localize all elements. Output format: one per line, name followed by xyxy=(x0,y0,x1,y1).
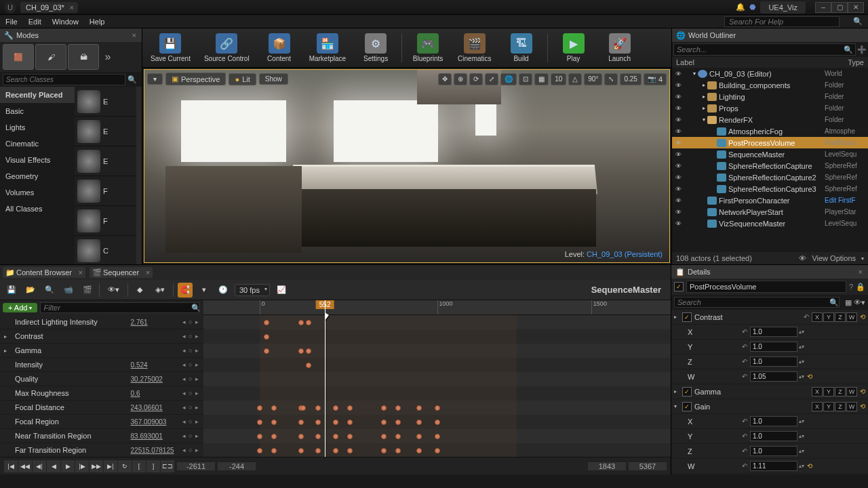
search-icon[interactable]: 🔍 xyxy=(191,304,201,312)
keyframe[interactable] xyxy=(257,405,262,411)
visibility-icon[interactable]: 👁 xyxy=(673,163,683,169)
visibility-icon[interactable]: 👁 xyxy=(673,128,683,135)
scale-button[interactable]: ⤢ xyxy=(485,73,498,85)
keyframe-nav[interactable]: ◂ ○ ▸ xyxy=(182,404,199,411)
reset-icon[interactable]: ⟲ xyxy=(860,388,865,395)
contrast-x-input[interactable] xyxy=(750,327,797,337)
message-icon[interactable]: ⬣ xyxy=(749,3,756,12)
keyframe[interactable] xyxy=(315,448,321,453)
sequencer-track[interactable]: Indirect Lighting Intensity2.761◂ ○ ▸ xyxy=(0,315,203,329)
details-tab[interactable]: 📋 Details × xyxy=(671,265,868,279)
outliner-row[interactable]: 👁▸LightingFolder xyxy=(672,91,868,102)
keyframe[interactable] xyxy=(435,434,440,439)
outliner-row[interactable]: 👁▸Building_componentsFolder xyxy=(672,79,868,91)
visibility-icon[interactable]: 👁 xyxy=(673,94,683,100)
move-gizmo-button[interactable]: ✥ xyxy=(438,73,452,85)
expand-icon[interactable]: ▸ xyxy=(701,82,707,88)
place-actor-item[interactable]: E xyxy=(75,87,136,117)
snap-menu-button[interactable]: ▾ xyxy=(197,283,212,298)
reset-icon[interactable]: ⟲ xyxy=(807,373,812,380)
snap-units-button[interactable]: 10 xyxy=(551,73,566,85)
snap-toggle-button[interactable]: 🧲 xyxy=(178,283,193,298)
sequencer-track[interactable]: Near Transition Region83.693001◂ ○ ▸ xyxy=(0,429,203,443)
offset-property[interactable]: ▸ ✓ Offset XYZW xyxy=(671,474,868,474)
curve-editor-button[interactable]: 📈 xyxy=(274,283,289,298)
revert-icon[interactable]: ↶ xyxy=(804,313,809,321)
track-value[interactable]: 0.524 xyxy=(131,361,178,369)
notify-icon[interactable]: 🔔 xyxy=(736,3,745,12)
track-filter-input[interactable] xyxy=(40,302,199,313)
play-button[interactable]: ▶Play xyxy=(553,32,594,64)
loop-button[interactable]: ↻ xyxy=(118,460,132,472)
outliner-row[interactable]: 👁NetworkPlayerStartPlayerStar xyxy=(672,206,868,218)
more-modes-button[interactable]: » xyxy=(100,44,115,70)
expand-icon[interactable]: ▾ xyxy=(691,70,698,77)
keyframe[interactable] xyxy=(416,405,422,411)
keyframe[interactable] xyxy=(395,420,401,425)
sequencer-track[interactable]: Quality30.275002◂ ○ ▸ xyxy=(0,372,203,386)
outliner-row[interactable]: 👁SphereReflectionCapture2SphereRef xyxy=(672,171,868,183)
save-button[interactable]: 💾 xyxy=(4,283,19,298)
grid-snap-button[interactable]: ▦ xyxy=(534,73,549,85)
keyframe-nav[interactable]: ◂ ○ ▸ xyxy=(182,447,199,453)
details-search-input[interactable] xyxy=(674,297,840,308)
render-button[interactable]: 🎬 xyxy=(80,283,95,298)
scrollbar[interactable] xyxy=(136,87,142,264)
launch-button[interactable]: 🚀Launch xyxy=(599,32,640,64)
revert-icon[interactable]: ↶ xyxy=(742,328,747,336)
show-button[interactable]: Show xyxy=(259,73,288,85)
axis-buttons[interactable]: XYZW xyxy=(812,402,857,411)
keyframe[interactable] xyxy=(271,434,277,439)
keyframe[interactable] xyxy=(416,434,422,439)
sequencer-track[interactable]: Intensity0.524◂ ○ ▸ xyxy=(0,358,203,372)
place-actor-item[interactable]: F xyxy=(75,176,136,206)
outliner-row[interactable]: 👁SphereReflectionCapture3SphereRef xyxy=(672,183,868,195)
reset-icon[interactable]: ⟲ xyxy=(860,403,865,410)
keyframe[interactable] xyxy=(271,420,277,425)
keyframe[interactable] xyxy=(300,405,306,411)
expand-icon[interactable]: ▸ xyxy=(701,94,707,100)
revert-icon[interactable]: ↶ xyxy=(742,358,747,365)
keyframe-nav[interactable]: ◂ ○ ▸ xyxy=(182,319,199,325)
perspective-button[interactable]: ▣Perspective xyxy=(165,73,226,85)
help-search-input[interactable] xyxy=(724,16,840,27)
keyframe-nav[interactable]: ◂ ○ ▸ xyxy=(182,432,199,439)
sequencer-track[interactable]: Focal Distance243.06601◂ ○ ▸ xyxy=(0,401,203,415)
browse-button[interactable]: 📂 xyxy=(23,283,38,298)
surface-snap-button[interactable]: ⊡ xyxy=(519,73,532,85)
search-icon[interactable]: 🔍 xyxy=(125,75,139,84)
revert-icon[interactable]: ↶ xyxy=(742,432,747,440)
place-mode-button[interactable]: 🟫 xyxy=(3,44,34,70)
visibility-icon[interactable]: 👁 xyxy=(673,220,683,227)
range-start2-input[interactable]: -244 xyxy=(218,462,256,470)
keyframe-nav[interactable]: ◂ ○ ▸ xyxy=(182,361,199,368)
save-current-button[interactable]: 💾Save Current xyxy=(146,32,195,64)
contrast-checkbox[interactable]: ✓ xyxy=(682,312,692,322)
reset-icon[interactable]: ⟲ xyxy=(807,462,812,470)
keyframe[interactable] xyxy=(416,448,422,453)
menu-file[interactable]: File xyxy=(5,18,18,26)
keyframe[interactable] xyxy=(347,448,353,453)
col-label[interactable]: Label xyxy=(676,58,848,66)
category-item[interactable]: Lights xyxy=(0,119,75,136)
gain-w-input[interactable] xyxy=(750,461,797,471)
keyframe[interactable] xyxy=(264,334,269,340)
snap-angle-button[interactable]: 90° xyxy=(584,73,602,85)
keyframe[interactable] xyxy=(271,405,277,411)
playhead[interactable] xyxy=(325,300,326,457)
visibility-icon[interactable]: 👁 xyxy=(673,70,683,77)
col-type[interactable]: Type xyxy=(848,58,864,66)
maximize-button[interactable]: ▢ xyxy=(831,2,848,13)
category-item[interactable]: Basic xyxy=(0,103,75,119)
range-end2-input[interactable]: 5367 xyxy=(629,462,667,470)
checkbox-icon[interactable]: ✓ xyxy=(674,282,684,291)
sequencer-track[interactable]: Max Roughness0.6◂ ○ ▸ xyxy=(0,386,203,401)
source-control-button[interactable]: 🔗Source Control xyxy=(200,32,254,64)
keyframe[interactable] xyxy=(315,420,321,425)
scale-value-button[interactable]: 0.25 xyxy=(620,73,641,85)
add-track-button[interactable]: + Add▾ xyxy=(3,303,37,312)
actor-type-label[interactable]: Edit FirstF xyxy=(825,197,867,204)
keyframe[interactable] xyxy=(315,405,321,411)
reset-icon[interactable]: ⟲ xyxy=(860,313,865,321)
category-item[interactable]: Visual Effects xyxy=(0,152,75,168)
